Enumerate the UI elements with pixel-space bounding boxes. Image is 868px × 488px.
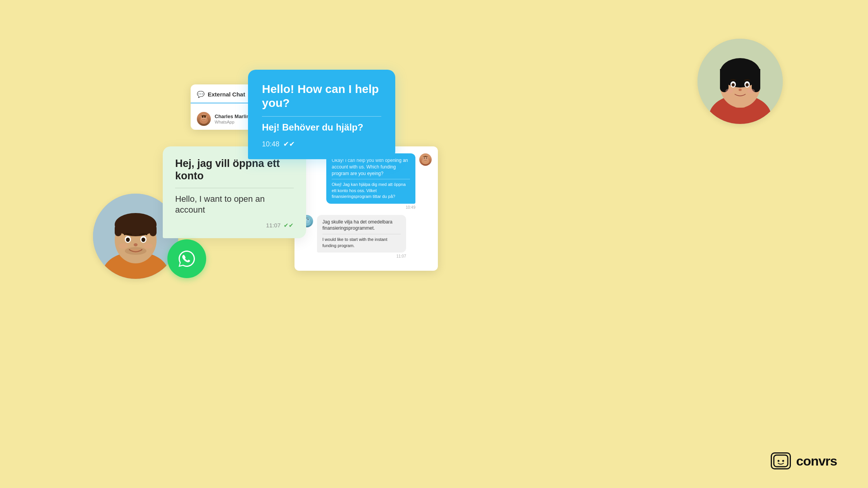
- bubble-message-sv: Hej! Behöver du hjälp?: [262, 122, 381, 133]
- svg-rect-37: [150, 225, 157, 236]
- svg-point-5: [202, 117, 203, 118]
- svg-point-28: [739, 89, 742, 91]
- svg-point-49: [782, 460, 784, 462]
- convrs-logo-text: convrs: [796, 454, 837, 469]
- svg-point-26: [732, 83, 735, 87]
- user-msg-sv: Jag skulle vilja ha det omedelbara finan…: [322, 219, 401, 232]
- svg-point-40: [126, 238, 130, 242]
- convrs-logo-box: [771, 452, 791, 469]
- bubble-message-en: Hello! How can I help you?: [262, 82, 381, 110]
- svg-point-10: [426, 158, 427, 159]
- charles-avatar: [197, 112, 211, 126]
- chat-message-user: Jag skulle vilja ha det omedelbara finan…: [301, 215, 432, 258]
- svg-point-41: [141, 238, 145, 242]
- blue-bubble: Hello! How can I help you? Hej! Behöver …: [248, 70, 395, 159]
- external-chat-title: External Chat: [208, 91, 245, 98]
- green-divider: [175, 188, 294, 188]
- bubble-time: 10:48: [262, 140, 279, 148]
- convrs-logo: convrs: [771, 452, 837, 469]
- green-message-sv: Hej, jag vill öppna ett konto: [175, 157, 294, 182]
- agent-message-content: Okay! I can help you with opening an acc…: [326, 153, 415, 210]
- agent-msg-time: 10:49: [326, 205, 415, 210]
- green-meta: 11:07 ✔✔: [175, 222, 294, 229]
- agent-bubble: Okay! I can help you with opening an acc…: [326, 153, 415, 204]
- chat-window: Okay! I can help you with opening an acc…: [294, 146, 438, 271]
- green-bubble: Hej, jag vill öppna ett konto Hello, I w…: [163, 146, 306, 238]
- contact-platform: WhatsApp: [215, 120, 250, 124]
- svg-point-45: [143, 243, 153, 249]
- green-check-icon: ✔✔: [284, 222, 294, 229]
- green-message-en: Hello, I want to open an account: [175, 194, 294, 216]
- bubble-divider: [262, 116, 381, 117]
- user-bubble: Jag skulle vilja ha det omedelbara finan…: [317, 215, 406, 253]
- contact-name: Charles Marlin: [215, 113, 250, 120]
- msg-divider: [332, 179, 410, 179]
- chat-icon: 💬: [197, 91, 205, 98]
- agent-msg-en: Okay! I can help you with opening an acc…: [332, 157, 410, 177]
- agent-msg-sv: Okej! Jag kan hjälpa dig med att öppna e…: [332, 182, 410, 199]
- msg-divider-dark: [322, 234, 401, 234]
- user-msg-time: 11:07: [317, 254, 406, 258]
- svg-point-29: [725, 89, 733, 93]
- svg-point-27: [746, 83, 749, 87]
- chat-message-agent: Okay! I can help you with opening an acc…: [301, 153, 432, 210]
- svg-point-48: [777, 460, 779, 462]
- chat-contact-info: Charles Marlin WhatsApp: [215, 113, 250, 124]
- user-msg-en: I would like to start with the instant f…: [322, 237, 401, 249]
- agent-avatar: [419, 153, 432, 166]
- user-message-content: Jag skulle vilja ha det omedelbara finan…: [317, 215, 406, 258]
- svg-point-14: [308, 219, 308, 220]
- bubble-meta: 10:48 ✔✔: [262, 140, 381, 148]
- svg-rect-47: [774, 455, 788, 467]
- whatsapp-icon: [167, 239, 206, 278]
- svg-point-30: [747, 89, 755, 93]
- svg-point-9: [424, 158, 425, 159]
- person-woman-avatar: [698, 39, 783, 124]
- double-check-icon: ✔✔: [283, 140, 295, 148]
- svg-point-43: [134, 243, 138, 246]
- svg-point-44: [119, 243, 128, 249]
- svg-point-6: [205, 117, 205, 118]
- green-time: 11:07: [266, 222, 281, 229]
- svg-rect-23: [720, 69, 760, 81]
- svg-rect-36: [115, 225, 122, 236]
